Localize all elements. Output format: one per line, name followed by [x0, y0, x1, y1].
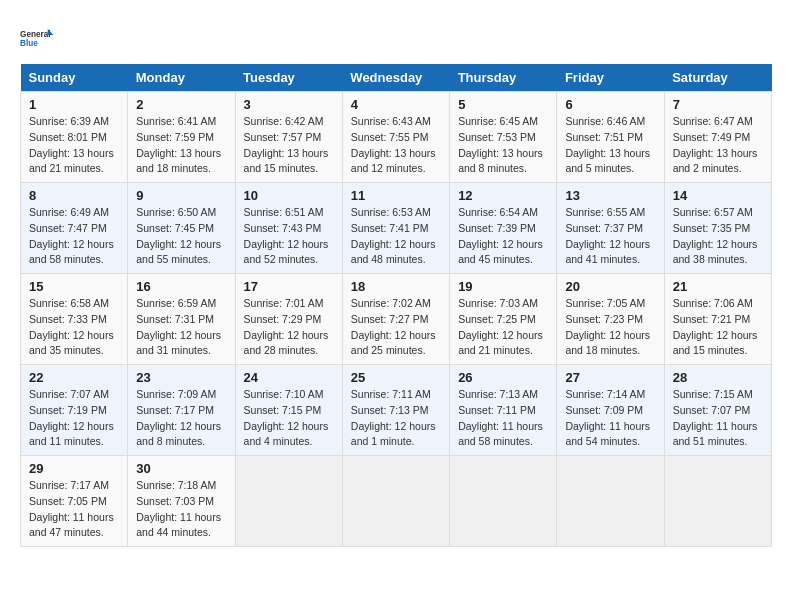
calendar-cell: 1Sunrise: 6:39 AMSunset: 8:01 PMDaylight…: [21, 92, 128, 183]
calendar-cell: 30Sunrise: 7:18 AMSunset: 7:03 PMDayligh…: [128, 456, 235, 547]
day-info: Sunrise: 6:41 AMSunset: 7:59 PMDaylight:…: [136, 114, 226, 177]
week-row-5: 29Sunrise: 7:17 AMSunset: 7:05 PMDayligh…: [21, 456, 772, 547]
day-number: 21: [673, 279, 763, 294]
col-wednesday: Wednesday: [342, 64, 449, 92]
day-number: 13: [565, 188, 655, 203]
calendar-cell: 13Sunrise: 6:55 AMSunset: 7:37 PMDayligh…: [557, 183, 664, 274]
day-number: 7: [673, 97, 763, 112]
day-info: Sunrise: 6:39 AMSunset: 8:01 PMDaylight:…: [29, 114, 119, 177]
calendar-cell: 23Sunrise: 7:09 AMSunset: 7:17 PMDayligh…: [128, 365, 235, 456]
col-saturday: Saturday: [664, 64, 771, 92]
calendar-cell: 29Sunrise: 7:17 AMSunset: 7:05 PMDayligh…: [21, 456, 128, 547]
day-info: Sunrise: 6:59 AMSunset: 7:31 PMDaylight:…: [136, 296, 226, 359]
calendar-cell: 12Sunrise: 6:54 AMSunset: 7:39 PMDayligh…: [450, 183, 557, 274]
day-info: Sunrise: 7:03 AMSunset: 7:25 PMDaylight:…: [458, 296, 548, 359]
day-info: Sunrise: 7:18 AMSunset: 7:03 PMDaylight:…: [136, 478, 226, 541]
svg-text:General: General: [20, 30, 51, 39]
day-number: 23: [136, 370, 226, 385]
calendar-cell: 18Sunrise: 7:02 AMSunset: 7:27 PMDayligh…: [342, 274, 449, 365]
calendar-cell: 5Sunrise: 6:45 AMSunset: 7:53 PMDaylight…: [450, 92, 557, 183]
day-number: 16: [136, 279, 226, 294]
header-row: Sunday Monday Tuesday Wednesday Thursday…: [21, 64, 772, 92]
day-info: Sunrise: 6:46 AMSunset: 7:51 PMDaylight:…: [565, 114, 655, 177]
calendar-cell: 25Sunrise: 7:11 AMSunset: 7:13 PMDayligh…: [342, 365, 449, 456]
day-info: Sunrise: 6:43 AMSunset: 7:55 PMDaylight:…: [351, 114, 441, 177]
day-number: 2: [136, 97, 226, 112]
day-info: Sunrise: 6:58 AMSunset: 7:33 PMDaylight:…: [29, 296, 119, 359]
calendar-cell: 3Sunrise: 6:42 AMSunset: 7:57 PMDaylight…: [235, 92, 342, 183]
calendar-cell: 27Sunrise: 7:14 AMSunset: 7:09 PMDayligh…: [557, 365, 664, 456]
col-thursday: Thursday: [450, 64, 557, 92]
calendar-body: 1Sunrise: 6:39 AMSunset: 8:01 PMDaylight…: [21, 92, 772, 547]
day-info: Sunrise: 6:55 AMSunset: 7:37 PMDaylight:…: [565, 205, 655, 268]
day-info: Sunrise: 7:07 AMSunset: 7:19 PMDaylight:…: [29, 387, 119, 450]
day-number: 8: [29, 188, 119, 203]
week-row-1: 1Sunrise: 6:39 AMSunset: 8:01 PMDaylight…: [21, 92, 772, 183]
day-info: Sunrise: 7:15 AMSunset: 7:07 PMDaylight:…: [673, 387, 763, 450]
day-number: 12: [458, 188, 548, 203]
calendar-cell: [557, 456, 664, 547]
calendar-cell: [342, 456, 449, 547]
calendar-cell: 19Sunrise: 7:03 AMSunset: 7:25 PMDayligh…: [450, 274, 557, 365]
calendar-cell: 2Sunrise: 6:41 AMSunset: 7:59 PMDaylight…: [128, 92, 235, 183]
col-monday: Monday: [128, 64, 235, 92]
day-info: Sunrise: 6:42 AMSunset: 7:57 PMDaylight:…: [244, 114, 334, 177]
day-number: 22: [29, 370, 119, 385]
day-number: 4: [351, 97, 441, 112]
day-info: Sunrise: 7:13 AMSunset: 7:11 PMDaylight:…: [458, 387, 548, 450]
day-number: 29: [29, 461, 119, 476]
day-info: Sunrise: 7:17 AMSunset: 7:05 PMDaylight:…: [29, 478, 119, 541]
day-info: Sunrise: 7:05 AMSunset: 7:23 PMDaylight:…: [565, 296, 655, 359]
day-number: 20: [565, 279, 655, 294]
calendar-cell: 24Sunrise: 7:10 AMSunset: 7:15 PMDayligh…: [235, 365, 342, 456]
day-number: 5: [458, 97, 548, 112]
calendar-cell: 22Sunrise: 7:07 AMSunset: 7:19 PMDayligh…: [21, 365, 128, 456]
calendar-cell: 26Sunrise: 7:13 AMSunset: 7:11 PMDayligh…: [450, 365, 557, 456]
day-number: 14: [673, 188, 763, 203]
calendar-cell: 15Sunrise: 6:58 AMSunset: 7:33 PMDayligh…: [21, 274, 128, 365]
day-info: Sunrise: 6:50 AMSunset: 7:45 PMDaylight:…: [136, 205, 226, 268]
day-info: Sunrise: 6:47 AMSunset: 7:49 PMDaylight:…: [673, 114, 763, 177]
calendar-cell: [450, 456, 557, 547]
day-info: Sunrise: 6:54 AMSunset: 7:39 PMDaylight:…: [458, 205, 548, 268]
day-info: Sunrise: 7:01 AMSunset: 7:29 PMDaylight:…: [244, 296, 334, 359]
col-tuesday: Tuesday: [235, 64, 342, 92]
calendar-cell: 7Sunrise: 6:47 AMSunset: 7:49 PMDaylight…: [664, 92, 771, 183]
day-number: 28: [673, 370, 763, 385]
calendar-cell: 17Sunrise: 7:01 AMSunset: 7:29 PMDayligh…: [235, 274, 342, 365]
week-row-4: 22Sunrise: 7:07 AMSunset: 7:19 PMDayligh…: [21, 365, 772, 456]
calendar-cell: 28Sunrise: 7:15 AMSunset: 7:07 PMDayligh…: [664, 365, 771, 456]
day-number: 30: [136, 461, 226, 476]
day-number: 11: [351, 188, 441, 203]
day-number: 3: [244, 97, 334, 112]
calendar-cell: 14Sunrise: 6:57 AMSunset: 7:35 PMDayligh…: [664, 183, 771, 274]
day-number: 9: [136, 188, 226, 203]
day-number: 24: [244, 370, 334, 385]
day-info: Sunrise: 7:10 AMSunset: 7:15 PMDaylight:…: [244, 387, 334, 450]
page-header: GeneralBlue: [20, 20, 772, 56]
calendar-cell: [235, 456, 342, 547]
day-number: 26: [458, 370, 548, 385]
calendar-cell: 11Sunrise: 6:53 AMSunset: 7:41 PMDayligh…: [342, 183, 449, 274]
day-info: Sunrise: 6:49 AMSunset: 7:47 PMDaylight:…: [29, 205, 119, 268]
logo: GeneralBlue: [20, 20, 56, 56]
logo-icon: GeneralBlue: [20, 20, 56, 56]
calendar-cell: 9Sunrise: 6:50 AMSunset: 7:45 PMDaylight…: [128, 183, 235, 274]
day-number: 17: [244, 279, 334, 294]
day-number: 27: [565, 370, 655, 385]
day-number: 19: [458, 279, 548, 294]
day-info: Sunrise: 6:53 AMSunset: 7:41 PMDaylight:…: [351, 205, 441, 268]
calendar-cell: 20Sunrise: 7:05 AMSunset: 7:23 PMDayligh…: [557, 274, 664, 365]
svg-text:Blue: Blue: [20, 39, 38, 48]
day-info: Sunrise: 6:45 AMSunset: 7:53 PMDaylight:…: [458, 114, 548, 177]
day-number: 15: [29, 279, 119, 294]
calendar-cell: [664, 456, 771, 547]
day-number: 18: [351, 279, 441, 294]
col-sunday: Sunday: [21, 64, 128, 92]
day-info: Sunrise: 6:51 AMSunset: 7:43 PMDaylight:…: [244, 205, 334, 268]
day-number: 25: [351, 370, 441, 385]
calendar-cell: 21Sunrise: 7:06 AMSunset: 7:21 PMDayligh…: [664, 274, 771, 365]
day-number: 1: [29, 97, 119, 112]
day-info: Sunrise: 7:02 AMSunset: 7:27 PMDaylight:…: [351, 296, 441, 359]
week-row-3: 15Sunrise: 6:58 AMSunset: 7:33 PMDayligh…: [21, 274, 772, 365]
